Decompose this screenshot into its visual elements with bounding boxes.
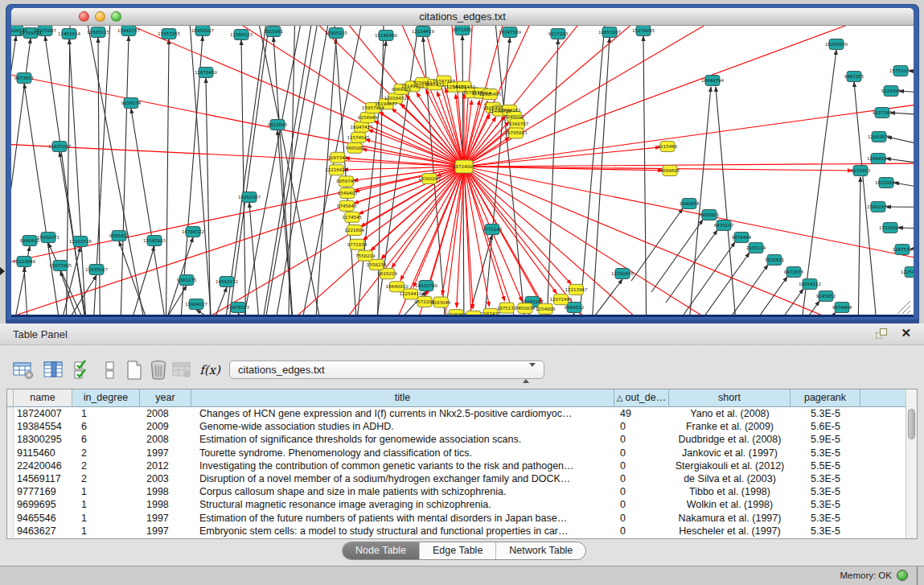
- table-mode-icon[interactable]: [11, 358, 35, 382]
- svg-text:2935114: 2935114: [746, 245, 766, 250]
- svg-text:9572201: 9572201: [415, 299, 435, 304]
- cell-filler: [860, 420, 907, 433]
- node-table: namein_degreeyeartitle△out_de…shortpager…: [6, 389, 918, 539]
- svg-text:9227343: 9227343: [873, 110, 893, 115]
- svg-text:8812645: 8812645: [268, 122, 288, 127]
- cell-short: Tibbo et al. (1998): [669, 485, 791, 498]
- svg-text:11574545: 11574545: [347, 135, 370, 140]
- column-header-short[interactable]: short: [669, 389, 791, 407]
- svg-text:1558234: 1558234: [367, 262, 387, 267]
- svg-text:9217293: 9217293: [548, 31, 569, 36]
- svg-text:1167533: 1167533: [893, 247, 913, 252]
- create-column-icon[interactable]: [122, 358, 146, 382]
- cell-short: Wolkin et al. (1998): [669, 498, 791, 511]
- cell-out_degree: 0: [614, 420, 669, 433]
- network-window-titlebar[interactable]: citations_edges.txt: [11, 8, 914, 26]
- network-window-title: citations_edges.txt: [11, 10, 914, 23]
- cell-out_degree: 0: [614, 498, 669, 511]
- svg-text:16784322: 16784322: [182, 229, 204, 234]
- cell-year: 2003: [140, 472, 191, 485]
- svg-text:17957255: 17957255: [158, 31, 180, 36]
- svg-text:8745645: 8745645: [337, 204, 357, 208]
- citation-network-graph[interactable]: 2020653517359924109758871145191412505115…: [11, 26, 914, 317]
- table-row[interactable]: 1938455462009Genome-wide association stu…: [7, 420, 906, 433]
- cell-pagerank: 5.3E-5: [791, 525, 860, 538]
- column-header-label: pagerank: [804, 392, 846, 403]
- svg-text:11451914: 11451914: [58, 31, 80, 36]
- cell-filler: [860, 433, 907, 446]
- svg-text:15958371: 15958371: [37, 235, 60, 240]
- cell-short: Dudbridge et al. (2008): [669, 433, 791, 446]
- column-header-pagerank[interactable]: pagerank: [791, 389, 860, 407]
- tab-network-table[interactable]: Network Table: [496, 542, 585, 559]
- memory-status-icon[interactable]: [897, 570, 908, 581]
- svg-text:9245012: 9245012: [504, 114, 524, 119]
- svg-text:10975887: 10975887: [34, 28, 56, 33]
- tab-edge-table[interactable]: Edge Table: [420, 542, 496, 559]
- svg-text:10795883: 10795883: [504, 130, 527, 135]
- cell-gutter: [7, 498, 14, 511]
- column-header-title[interactable]: title: [191, 389, 614, 407]
- tab-node-table[interactable]: Node Table: [343, 542, 420, 559]
- svg-text:9771834: 9771834: [347, 242, 368, 247]
- svg-text:1875133: 1875133: [497, 306, 517, 311]
- close-panel-icon[interactable]: ✕: [901, 327, 911, 340]
- cell-in_degree: 2: [72, 472, 140, 485]
- cell-in_degree: 1: [72, 498, 140, 511]
- control-panel-expand-icon[interactable]: [0, 267, 5, 275]
- svg-text:1174545: 1174545: [343, 215, 363, 220]
- table-row[interactable]: 969969511998Structural magnetic resonanc…: [7, 498, 906, 511]
- column-header-in_degree[interactable]: in_degree: [72, 389, 140, 407]
- network-view-canvas[interactable]: 2020653517359924109758871145191412505115…: [11, 26, 914, 317]
- column-header-out_degree[interactable]: △out_de…: [614, 389, 669, 407]
- table-row[interactable]: 946554611997Estimation of the future num…: [7, 512, 906, 525]
- svg-text:16640910: 16640910: [386, 284, 409, 289]
- column-header-year[interactable]: year: [140, 389, 191, 407]
- cell-title: Tourette syndrome. Phenomenology and cla…: [191, 447, 614, 459]
- svg-text:12093872: 12093872: [868, 134, 890, 139]
- svg-text:13984027: 13984027: [185, 302, 207, 307]
- table-selector-dropdown[interactable]: citations_edges.txt: [229, 360, 544, 379]
- cell-name: 18300295: [14, 433, 72, 446]
- table-row[interactable]: 2242004622012Investigating the contribut…: [7, 459, 906, 472]
- svg-text:11935027: 11935027: [85, 267, 108, 272]
- network-window: citations_edges.txt 20206535173599241097…: [6, 5, 918, 323]
- delete-table-icon-disabled: [170, 358, 195, 382]
- cell-gutter: [7, 407, 14, 420]
- svg-text:7485083: 7485083: [345, 146, 365, 150]
- cell-pagerank: 5.3E-5: [791, 472, 860, 485]
- svg-text:16342787: 16342787: [506, 122, 528, 126]
- cell-name: 9699695: [14, 498, 72, 511]
- table-row[interactable]: 1872400712008Changes of HCN gene express…: [7, 407, 906, 420]
- column-header-label: out_de…: [625, 392, 666, 403]
- deselect-all-icon[interactable]: [98, 358, 122, 382]
- cell-out_degree: 49: [614, 407, 669, 420]
- cell-out_degree: 0: [614, 485, 669, 498]
- table-row[interactable]: 946362711997Embryonic stem cells: a mode…: [7, 525, 906, 538]
- svg-text:14032768: 14032768: [415, 283, 437, 288]
- cell-filler: [860, 485, 907, 498]
- function-builder-icon[interactable]: f(x): [198, 358, 222, 382]
- cell-name: 9115460: [14, 447, 72, 459]
- table-row[interactable]: 1456911722003Disruption of a novel membe…: [7, 472, 906, 485]
- status-bar-divider: [917, 566, 918, 585]
- cell-pagerank: 5.3E-5: [791, 447, 860, 459]
- table-vertical-scrollbar[interactable]: [906, 389, 917, 538]
- scrollbar-thumb[interactable]: [908, 409, 915, 439]
- cell-pagerank: 5.3E-5: [791, 512, 860, 525]
- float-panel-icon[interactable]: [876, 328, 889, 340]
- cell-year: 2009: [140, 420, 191, 433]
- resize-grip-icon[interactable]: [897, 301, 910, 314]
- select-all-icon[interactable]: [71, 358, 95, 382]
- column-header-name[interactable]: name: [14, 389, 72, 407]
- table-row[interactable]: 911546021997Tourette syndrome. Phenomeno…: [7, 447, 906, 459]
- svg-text:1221604: 1221604: [344, 228, 364, 233]
- table-row[interactable]: 1830029562008Estimation of significance …: [7, 433, 906, 446]
- table-row[interactable]: 977716911998Corpus callosum shape and si…: [7, 485, 906, 498]
- delete-column-icon[interactable]: [146, 358, 170, 382]
- svg-text:1167427: 1167427: [481, 311, 501, 316]
- svg-text:1154808: 1154808: [536, 307, 556, 311]
- show-columns-icon[interactable]: [42, 358, 66, 382]
- memory-status-label: Memory: OK: [840, 571, 892, 580]
- svg-text:8471676: 8471676: [784, 270, 804, 274]
